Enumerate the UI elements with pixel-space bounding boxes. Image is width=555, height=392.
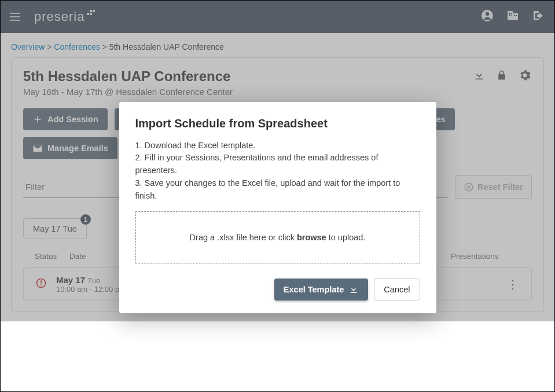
browse-link[interactable]: browse bbox=[297, 233, 326, 242]
import-modal: Import Schedule from Spreadsheet 1. Down… bbox=[119, 102, 436, 314]
modal-title: Import Schedule from Spreadsheet bbox=[135, 117, 420, 130]
cancel-button[interactable]: Cancel bbox=[374, 279, 420, 301]
excel-template-button[interactable]: Excel Template bbox=[274, 279, 369, 301]
modal-steps: 1. Download the Excel template. 2. Fill … bbox=[135, 140, 420, 203]
drop-zone[interactable]: Drag a .xlsx file here or click browse t… bbox=[135, 211, 420, 263]
